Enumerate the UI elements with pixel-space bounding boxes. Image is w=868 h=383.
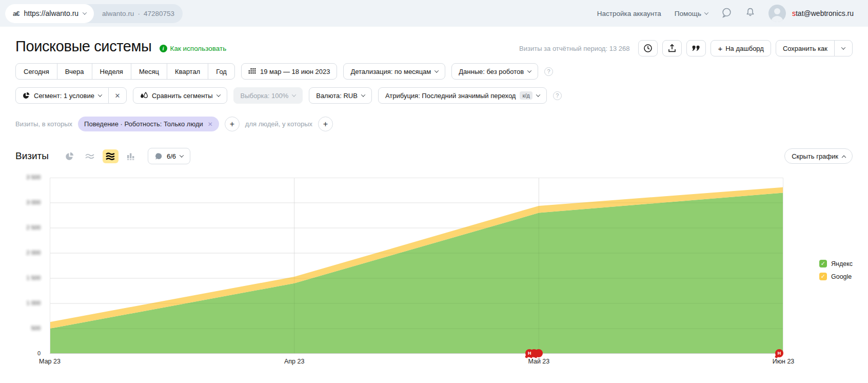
y-axis-labels: 3 500 3 000 2 500 2 000 1 500 1 000 500 …: [15, 178, 46, 354]
chat-icon[interactable]: [721, 7, 732, 20]
export-icon: [667, 44, 677, 53]
y-tick: 3 000: [26, 199, 41, 205]
counter-id: 47280753: [144, 10, 174, 17]
chart-metric-title: Визиты: [15, 150, 49, 162]
attribution-dropdown[interactable]: Атрибуция: Последний значимый переход к/…: [378, 87, 547, 104]
period-week[interactable]: Неделя: [92, 63, 131, 80]
detalization-dropdown[interactable]: Детализация: по месяцам: [343, 63, 445, 80]
y-tick: 500: [31, 325, 41, 331]
account-settings-link[interactable]: Настройка аккаунта: [597, 10, 661, 17]
x-tick-mar: Мар 23: [24, 358, 75, 365]
chart-type-stacked-area-button[interactable]: [103, 149, 119, 163]
chart-type-pie-button[interactable]: [62, 149, 77, 163]
schedule-button[interactable]: [638, 40, 658, 56]
y-tick: 2 500: [26, 224, 41, 231]
help-icon[interactable]: ?: [544, 67, 553, 76]
site-url: https://alwanto.ru: [24, 9, 78, 17]
compare-segments-dropdown[interactable]: Сравнить сегменты: [133, 87, 227, 104]
chevron-down-icon: [292, 92, 296, 97]
add-visit-condition-button[interactable]: +: [225, 117, 240, 131]
chevron-down-icon: [83, 10, 87, 14]
chart-plot-area[interactable]: [50, 178, 783, 354]
chart-type-line-button[interactable]: [82, 149, 98, 163]
period-today[interactable]: Сегодня: [15, 63, 57, 80]
counter-site: alwanto.ru: [102, 10, 134, 17]
segment-dropdown[interactable]: Сегмент: 1 условие: [15, 87, 109, 104]
segment-chip[interactable]: Поведение · Роботность: Только люди ✕: [78, 117, 219, 131]
x-tick-may: Май 23: [513, 358, 564, 365]
droplets-icon: [140, 92, 148, 99]
pie-chart-icon: [65, 152, 74, 161]
add-people-condition-button[interactable]: +: [318, 117, 333, 131]
sampling-dropdown[interactable]: Выборка: 100%: [233, 87, 303, 104]
period-presets: Сегодня Вчера Неделя Месяц Квартал Год: [15, 63, 235, 80]
chevron-down-icon: [98, 92, 102, 97]
columns-chart-icon: [127, 152, 135, 160]
save-as-button[interactable]: Сохранить как: [776, 40, 835, 56]
checkbox-checked-icon[interactable]: ✓: [819, 273, 827, 280]
hide-chart-button[interactable]: Скрыть график: [784, 148, 853, 164]
topbar: a€ https://alwanto.ru alwanto.ru · 47280…: [0, 0, 868, 27]
clock-icon: [643, 44, 653, 53]
data-filter-dropdown[interactable]: Данные: без роботов: [451, 63, 538, 80]
counter-info: alwanto.ru · 47280753: [94, 10, 183, 17]
avatar[interactable]: [768, 5, 786, 22]
pie-icon: [23, 92, 30, 99]
chevron-down-icon: [841, 45, 845, 49]
add-to-dashboard-button[interactable]: + На дашборд: [711, 40, 771, 56]
x-tick-apr: Апр 23: [269, 358, 320, 365]
legend-item-google[interactable]: ✓ Google: [819, 273, 853, 280]
annotations-button[interactable]: [686, 40, 706, 56]
quotes-icon: [692, 45, 701, 52]
y-tick: 1 000: [26, 300, 41, 306]
visits-summary: Визиты за отчётный период: 13 268: [519, 45, 629, 52]
chevron-down-icon: [536, 92, 540, 97]
x-tick-jun: Июн 23: [758, 358, 809, 365]
stacked-area-icon: [106, 152, 115, 160]
period-quarter[interactable]: Квартал: [167, 63, 208, 80]
currency-dropdown[interactable]: Валюта: RUB: [309, 87, 372, 104]
line-chart-icon: [85, 152, 94, 160]
y-tick-zero: 0: [37, 350, 41, 356]
y-tick: 3 500: [26, 174, 41, 180]
legend-item-yandex[interactable]: ✓ Яндекс: [819, 260, 853, 267]
period-month[interactable]: Месяц: [131, 63, 167, 80]
plus-icon: +: [718, 44, 722, 53]
user-email-accent: s: [792, 9, 796, 17]
period-year[interactable]: Год: [208, 63, 235, 80]
chevron-down-icon: [361, 92, 365, 97]
visits-condition-label: Визиты, в которых: [15, 120, 72, 128]
chevron-down-icon: [527, 68, 531, 72]
chart-type-columns-button[interactable]: [123, 149, 139, 163]
annotation-marker[interactable]: Н: [775, 349, 783, 357]
period-yesterday[interactable]: Вчера: [57, 63, 92, 80]
attribution-badge: к/д: [520, 91, 532, 100]
how-to-use-link[interactable]: i Как использовать: [160, 45, 227, 52]
date-range-button[interactable]: 19 мар — 18 июн 2023: [241, 63, 338, 80]
y-tick: 2 000: [26, 250, 41, 256]
chevron-down-icon: [216, 92, 220, 97]
chevron-down-icon: [435, 68, 439, 72]
comment-bubble-icon: [155, 152, 163, 160]
visits-area-chart: 3 500 3 000 2 500 2 000 1 500 1 000 500 …: [15, 178, 853, 372]
calendar-grid-icon: [248, 68, 256, 74]
bell-icon[interactable]: [745, 7, 755, 20]
chevron-down-icon: [704, 10, 708, 14]
counter-dot: ·: [137, 10, 140, 17]
y-tick: 1 500: [26, 275, 41, 281]
help-menu[interactable]: Помощь: [675, 10, 708, 17]
help-icon[interactable]: ?: [553, 91, 562, 100]
site-url-selector[interactable]: a€ https://alwanto.ru: [5, 4, 94, 23]
segment-clear-button[interactable]: ✕: [108, 87, 127, 104]
export-button[interactable]: [662, 40, 682, 56]
site-switcher: a€ https://alwanto.ru alwanto.ru · 47280…: [5, 4, 183, 23]
site-favicon-icon: a€: [13, 10, 19, 17]
user-email[interactable]: stat@webtronics.ru: [792, 9, 854, 17]
info-icon: i: [160, 45, 167, 52]
people-condition-label: для людей, у которых: [245, 120, 312, 128]
metrics-selector-button[interactable]: 6/6: [148, 148, 190, 164]
save-as-dropdown-button[interactable]: [834, 40, 853, 56]
checkbox-checked-icon[interactable]: ✓: [819, 260, 827, 267]
chip-close-icon[interactable]: ✕: [208, 121, 213, 128]
chart-legend: ✓ Яндекс ✓ Google: [819, 260, 853, 280]
